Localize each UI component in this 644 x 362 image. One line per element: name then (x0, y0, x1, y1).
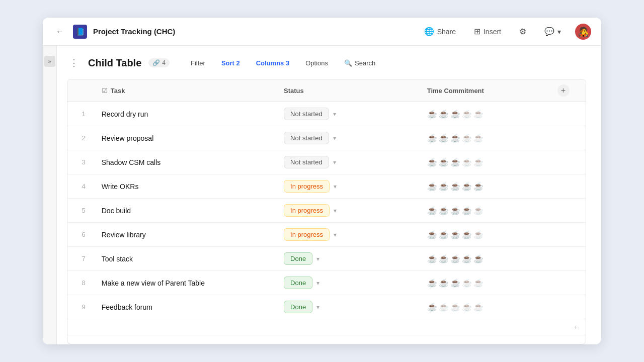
status-badge[interactable]: Done (284, 252, 312, 265)
task-status: Not started▾ (276, 126, 419, 150)
task-name: Record dry run (94, 102, 276, 126)
options-button[interactable]: Options (299, 56, 334, 70)
status-dropdown-icon[interactable]: ▾ (316, 304, 319, 311)
cup-filled-icon: ☕ (450, 254, 460, 263)
row-add-cell (549, 102, 586, 126)
coffee-cups: ☕☕☕☕☕ (427, 133, 541, 143)
table-row[interactable]: 6Review libraryIn progress▾☕☕☕☕☕ (67, 223, 586, 247)
table-row[interactable]: 8Make a new view of Parent TableDone▾☕☕☕… (67, 271, 586, 295)
status-badge[interactable]: Done (284, 301, 312, 313)
cup-filled-icon: ☕ (462, 206, 472, 215)
cup-filled-icon: ☕ (427, 109, 437, 119)
cup-empty-icon: ☕ (473, 302, 484, 312)
table-row[interactable]: 2Review proposalNot started▾☕☕☕☕☕ (67, 126, 586, 150)
cup-filled-icon: ☕ (473, 182, 484, 191)
search-icon: 🔍 (344, 59, 352, 67)
status-badge[interactable]: Not started (284, 156, 329, 168)
cup-filled-icon: ☕ (450, 278, 460, 288)
status-badge[interactable]: In progress (284, 204, 330, 217)
coffee-cups: ☕☕☕☕☕ (427, 302, 541, 312)
status-dropdown-icon[interactable]: ▾ (334, 231, 337, 238)
row-number: 7 (67, 247, 94, 271)
coffee-cups: ☕☕☕☕☕ (427, 230, 541, 239)
status-dropdown-icon[interactable]: ▾ (333, 111, 336, 118)
more-options-button[interactable]: ⋮ (67, 56, 81, 70)
status-cell: In progress▾ (284, 228, 411, 241)
back-button[interactable]: ← (53, 25, 67, 39)
share-button[interactable]: 🌐 Share (420, 25, 460, 38)
row-number: 8 (67, 271, 94, 295)
doc-icon: 📘 (73, 25, 87, 39)
status-cell: Done▾ (284, 277, 411, 289)
status-dropdown-icon[interactable]: ▾ (334, 183, 337, 190)
settings-button[interactable]: ⚙ (515, 25, 530, 38)
insert-button[interactable]: ⊞ Insert (470, 25, 505, 38)
coffee-cups: ☕☕☕☕☕ (427, 206, 541, 215)
status-badge[interactable]: In progress (284, 180, 330, 193)
comments-button[interactable]: 💬 ▾ (540, 25, 565, 38)
table-row[interactable]: 7Tool stackDone▾☕☕☕☕☕ (67, 247, 586, 271)
task-name: Doc build (94, 199, 276, 223)
time-commitment: ☕☕☕☕☕ (419, 199, 549, 223)
status-dropdown-icon[interactable]: ▾ (334, 207, 337, 214)
row-add-cell (549, 174, 586, 199)
cup-empty-icon: ☕ (473, 230, 484, 239)
task-col-icon: ☑ (102, 87, 108, 95)
sort-button[interactable]: Sort 2 (215, 56, 246, 70)
table-title: Child Table (88, 57, 141, 69)
task-name: Feedback forum (94, 295, 276, 319)
main-content: ⋮ Child Table 🔗 4 Filter Sort 2 Columns … (57, 46, 601, 344)
status-dropdown-icon[interactable]: ▾ (333, 135, 336, 142)
search-label: Search (355, 59, 375, 67)
cup-filled-icon: ☕ (450, 182, 460, 191)
sidebar-toggle-button[interactable]: » (44, 56, 55, 67)
table-body: 1Record dry runNot started▾☕☕☕☕☕2Review … (67, 102, 586, 335)
col-status-label: Status (284, 87, 304, 95)
cup-filled-icon: ☕ (439, 254, 449, 263)
insert-icon: ⊞ (474, 27, 480, 36)
table-row[interactable]: 4Write OKRsIn progress▾☕☕☕☕☕ (67, 174, 586, 199)
cup-empty-icon: ☕ (462, 109, 472, 119)
task-name: Review library (94, 223, 276, 247)
share-icon: 🌐 (424, 27, 434, 36)
status-badge[interactable]: Not started (284, 132, 329, 144)
cup-empty-icon: ☕ (450, 302, 460, 312)
row-add-cell (549, 271, 586, 295)
status-cell: Not started▾ (284, 108, 411, 120)
avatar: 🧑‍🎤 (575, 24, 591, 40)
add-row-button[interactable]: + (67, 319, 586, 335)
link-icon: 🔗 (152, 59, 160, 66)
table-row[interactable]: 1Record dry runNot started▾☕☕☕☕☕ (67, 102, 586, 126)
cup-filled-icon: ☕ (427, 278, 437, 288)
filter-button[interactable]: Filter (185, 56, 211, 70)
add-column-button[interactable]: + (557, 84, 570, 97)
toolbar-actions: Filter Sort 2 Columns 3 Options 🔍 Search (185, 56, 381, 70)
status-badge[interactable]: Not started (284, 108, 329, 120)
add-row[interactable]: + (67, 319, 586, 335)
time-commitment: ☕☕☕☕☕ (419, 247, 549, 271)
link-count: 4 (162, 59, 166, 66)
cup-empty-icon: ☕ (462, 133, 472, 143)
link-badge[interactable]: 🔗 4 (148, 58, 170, 67)
cup-filled-icon: ☕ (450, 133, 460, 143)
row-add-cell (549, 199, 586, 223)
status-dropdown-icon[interactable]: ▾ (316, 255, 319, 262)
status-dropdown-icon[interactable]: ▾ (333, 159, 336, 166)
status-dropdown-icon[interactable]: ▾ (316, 280, 319, 287)
tasks-table: ☑ Task Status Time Commitment (67, 79, 586, 335)
task-name: Shadow CSM calls (94, 150, 276, 174)
coffee-cups: ☕☕☕☕☕ (427, 278, 541, 288)
table-header-row: ☑ Task Status Time Commitment (67, 79, 586, 102)
table-row[interactable]: 3Shadow CSM callsNot started▾☕☕☕☕☕ (67, 150, 586, 174)
row-number: 4 (67, 174, 94, 199)
status-badge[interactable]: Done (284, 277, 312, 289)
time-commitment: ☕☕☕☕☕ (419, 174, 549, 199)
row-number: 6 (67, 223, 94, 247)
table-row[interactable]: 9Feedback forumDone▾☕☕☕☕☕ (67, 295, 586, 319)
columns-button[interactable]: Columns 3 (250, 56, 295, 70)
table-row[interactable]: 5Doc buildIn progress▾☕☕☕☕☕ (67, 199, 586, 223)
status-badge[interactable]: In progress (284, 228, 330, 241)
col-add[interactable]: + (549, 79, 586, 102)
search-button[interactable]: 🔍 Search (338, 56, 381, 70)
sidebar-toggle-area: » (43, 46, 57, 344)
